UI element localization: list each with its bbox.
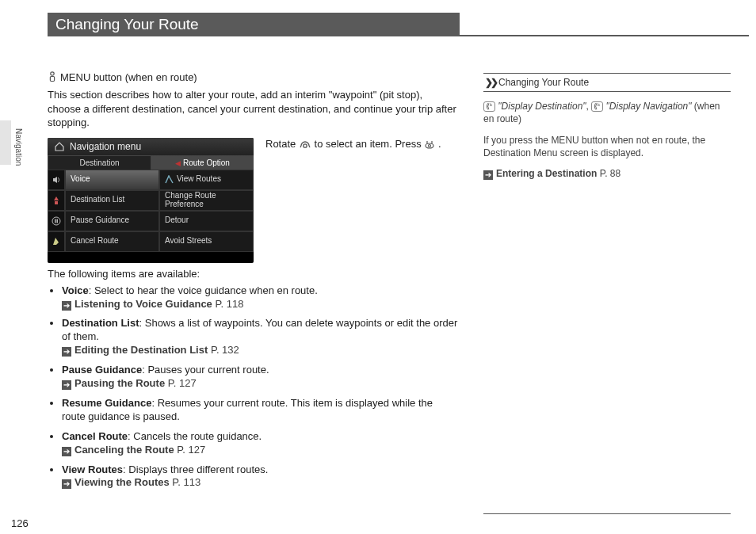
item-link-text: Listening to Voice Guidance bbox=[74, 298, 215, 310]
voice-commands-line: ⟪ᵏ "Display Destination", ⟪ᵏ "Display Na… bbox=[483, 100, 731, 125]
item-link-page: P. 127 bbox=[168, 377, 197, 389]
item-sublink: ➔Editing the Destination List P. 132 bbox=[62, 344, 458, 357]
svg-rect-1 bbox=[50, 77, 54, 82]
voice-cmd-1: "Display Destination" bbox=[498, 101, 586, 112]
side-column: ❯❯Changing Your Route ⟪ᵏ "Display Destin… bbox=[483, 73, 731, 188]
item-desc: : Pauses your current route. bbox=[142, 364, 269, 376]
home-icon bbox=[54, 141, 65, 152]
item-link-text: Editing the Destination List bbox=[74, 344, 211, 356]
item-link-text: Pausing the Route bbox=[74, 377, 168, 389]
svg-rect-2 bbox=[55, 201, 58, 204]
nav-shot-title-text: Navigation menu bbox=[70, 141, 141, 152]
svg-point-0 bbox=[51, 72, 54, 75]
item-sublink: ➔Viewing the Routes P. 113 bbox=[62, 476, 458, 490]
link-arrow-icon: ➔ bbox=[483, 170, 493, 180]
svg-rect-4 bbox=[55, 219, 56, 223]
item-desc: : Cancels the route guidance. bbox=[128, 430, 262, 442]
section-tab bbox=[0, 120, 11, 165]
row-icon-voice bbox=[48, 170, 65, 190]
voice-icon: ⟪ᵏ bbox=[483, 101, 495, 112]
rotate-instruction: Rotate to select an item. Press . bbox=[265, 138, 458, 150]
menu-button-icon bbox=[48, 71, 57, 85]
list-item: Destination List: Shows a list of waypoi… bbox=[62, 317, 458, 357]
press-icon bbox=[424, 138, 438, 150]
section-label: Navigation bbox=[14, 128, 23, 166]
item-link-page: P. 132 bbox=[211, 344, 239, 356]
nav-tab-route-option-text: Route Option bbox=[183, 158, 230, 167]
item-sublink: ➔Pausing the Route P. 127 bbox=[62, 377, 458, 391]
item-link-page: P. 113 bbox=[172, 476, 200, 488]
list-item: Voice: Select to hear the voice guidance… bbox=[62, 284, 458, 311]
link-arrow-icon: ➔ bbox=[62, 301, 71, 311]
rotate-text-c: . bbox=[438, 138, 441, 150]
side-link-line: ➔Entering a Destination P. 88 bbox=[483, 167, 731, 180]
double-chevron-icon: ❯❯ bbox=[485, 76, 496, 89]
voice-cmd-2: "Display Navigation" bbox=[606, 101, 692, 112]
item-desc: : Displays three different routes. bbox=[123, 463, 268, 475]
side-paragraph: If you press the MENU button when not en… bbox=[483, 134, 731, 159]
nav-cell-view-routes: View Routes bbox=[159, 170, 254, 190]
nav-cell-view-routes-text: View Routes bbox=[177, 175, 221, 184]
side-link-text: Entering a Destination bbox=[496, 168, 597, 179]
nav-cell-avoid: Avoid Streets bbox=[159, 231, 254, 252]
svg-point-8 bbox=[429, 144, 431, 147]
list-item: Pause Guidance: Pauses your current rout… bbox=[62, 364, 458, 391]
rotate-text-a: Rotate bbox=[265, 138, 299, 150]
item-term: View Routes bbox=[62, 463, 123, 475]
link-arrow-icon: ➔ bbox=[62, 479, 71, 489]
side-heading-text: Changing Your Route bbox=[498, 77, 589, 88]
dial-icon bbox=[299, 138, 315, 150]
item-term: Cancel Route bbox=[62, 430, 128, 442]
link-arrow-icon: ➔ bbox=[62, 447, 71, 456]
menu-button-instruction: MENU button (when en route) bbox=[48, 71, 458, 85]
title-rule bbox=[452, 35, 749, 36]
svg-point-7 bbox=[426, 143, 433, 148]
item-link-page: P. 127 bbox=[177, 444, 205, 456]
nav-tab-destination: Destination bbox=[48, 156, 151, 170]
list-item: Cancel Route: Cancels the route guidance… bbox=[62, 430, 458, 457]
nav-cell-dest-list: Destination List bbox=[65, 190, 159, 211]
voice-icon: ⟪ᵏ bbox=[591, 101, 603, 112]
item-desc: : Select to hear the voice guidance when… bbox=[89, 284, 318, 296]
list-item: Resume Guidance: Resumes your current ro… bbox=[62, 397, 458, 424]
side-heading: ❯❯Changing Your Route bbox=[483, 73, 731, 92]
item-term: Voice bbox=[62, 284, 89, 296]
item-link-text: Viewing the Routes bbox=[74, 476, 172, 488]
navigation-menu-screenshot: Navigation menu Destination ◀ Route Opti… bbox=[48, 138, 254, 263]
link-arrow-icon: ➔ bbox=[62, 380, 71, 390]
item-sublink: ➔Listening to Voice Guidance P. 118 bbox=[62, 298, 458, 311]
voice-join: , bbox=[586, 101, 592, 112]
nav-cell-change-pref: Change Route Preference bbox=[159, 190, 254, 211]
side-bottom-rule bbox=[483, 513, 731, 514]
nav-cell-detour: Detour bbox=[159, 211, 254, 231]
row-icon-dest-list bbox=[48, 190, 65, 211]
item-term: Destination List bbox=[62, 317, 139, 329]
page-title: Changing Your Route bbox=[48, 13, 460, 36]
svg-point-3 bbox=[52, 217, 60, 225]
nav-shot-title: Navigation menu bbox=[48, 138, 254, 156]
item-sublink: ➔Canceling the Route P. 127 bbox=[62, 444, 458, 457]
link-arrow-icon: ➔ bbox=[62, 347, 71, 357]
side-link-page: P. 88 bbox=[600, 168, 620, 179]
intro-paragraph: This section describes how to alter your… bbox=[48, 88, 458, 130]
available-heading: The following items are available: bbox=[48, 268, 458, 280]
list-item: View Routes: Displays three different ro… bbox=[62, 463, 458, 490]
row-icon-pause bbox=[48, 211, 65, 231]
nav-cell-pause: Pause Guidance bbox=[65, 211, 159, 231]
rotate-text-b: to select an item. Press bbox=[315, 138, 425, 150]
nav-tab-route-option: ◀ Route Option bbox=[151, 156, 254, 170]
svg-rect-5 bbox=[57, 219, 59, 223]
svg-point-6 bbox=[304, 144, 307, 147]
item-term: Resume Guidance bbox=[62, 397, 151, 409]
menu-button-text: MENU button (when en route) bbox=[60, 71, 197, 83]
row-icon-cancel bbox=[48, 231, 65, 252]
item-term: Pause Guidance bbox=[62, 364, 142, 376]
page-number: 126 bbox=[11, 517, 29, 529]
nav-cell-voice: Voice bbox=[65, 170, 159, 190]
nav-cell-cancel: Cancel Route bbox=[65, 231, 159, 252]
items-list: Voice: Select to hear the voice guidance… bbox=[48, 284, 458, 490]
item-link-text: Canceling the Route bbox=[74, 444, 177, 456]
item-link-page: P. 118 bbox=[215, 298, 243, 310]
